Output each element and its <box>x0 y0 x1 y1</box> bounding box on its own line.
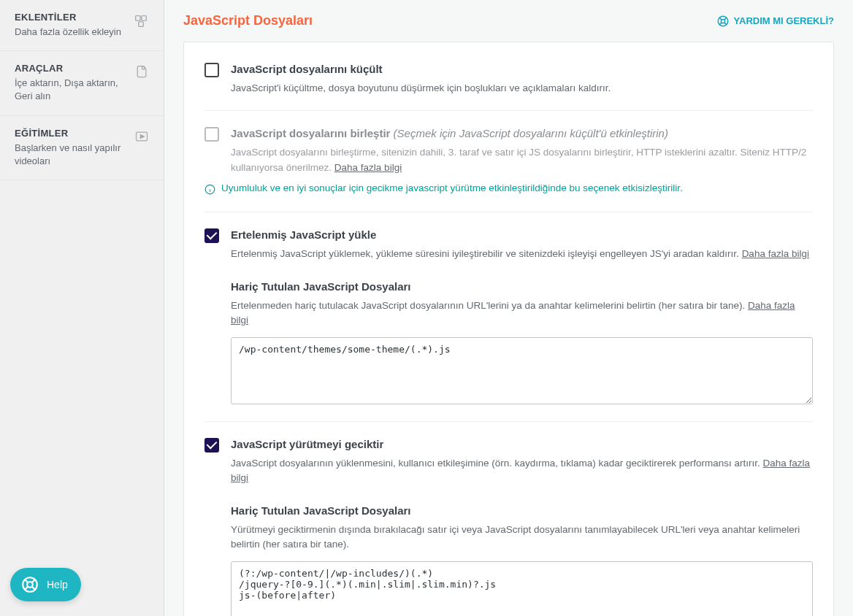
combine-disabled-notice: Uyumluluk ve en iyi sonuçlar için gecikm… <box>204 182 813 197</box>
sidebar-item-subtitle: İçe aktarın, Dışa aktarın, Geri alın <box>15 77 127 103</box>
option-combine-js: JavaScript dosyalarını birleştir (Seçmek… <box>204 121 813 212</box>
lifebuoy-icon <box>20 575 39 594</box>
delay-exclude-textarea[interactable] <box>231 561 813 617</box>
page-icon <box>134 64 149 81</box>
option-desc: JavaScript dosyalarının yüklenmesini, ku… <box>231 456 813 486</box>
option-minify-js: JavaScript dosyalarını küçült JavaScript… <box>204 57 813 111</box>
help-needed-link[interactable]: YARDIM MI GEREKLİ? <box>716 15 834 28</box>
help-float-button[interactable]: Help <box>10 568 81 601</box>
option-desc: Ertelenmiş JavaScript yüklemek, yükleme … <box>231 247 813 261</box>
defer-exclude-textarea[interactable] <box>231 337 813 404</box>
svg-rect-1 <box>142 16 146 20</box>
blocks-icon <box>133 13 149 31</box>
subsection-title: Hariç Tutulan JavaScript Dosyaları <box>231 504 813 517</box>
option-defer-js: Ertelenmiş JavaScript yükle Ertelenmiş J… <box>204 223 813 422</box>
page-title: JavaScript Dosyaları <box>183 13 313 28</box>
subsection-desc: Ertelenmeden hariç tutulacak JavaScript … <box>231 299 813 328</box>
sidebar-item-tools[interactable]: ARAÇLAR İçe aktarın, Dışa aktarın, Geri … <box>0 51 164 115</box>
sidebar-item-subtitle: Daha fazla özellik ekleyin <box>15 26 126 39</box>
sidebar-item-addons[interactable]: EKLENTİLER Daha fazla özellik ekleyin <box>0 0 164 51</box>
help-label: YARDIM MI GEREKLİ? <box>734 15 834 26</box>
svg-rect-0 <box>136 16 140 20</box>
option-delay-js: JavaScript yürütmeyi geciktir JavaScript… <box>204 432 813 617</box>
svg-rect-2 <box>139 22 143 26</box>
option-title: JavaScript dosyalarını küçült <box>231 63 813 75</box>
subsection-title: Hariç Tutulan JavaScript Dosyaları <box>231 280 813 293</box>
sidebar-item-tutorials[interactable]: EĞİTİMLER Başlarken ve nasıl yapılır vid… <box>0 116 164 180</box>
svg-point-16 <box>27 582 33 588</box>
info-icon <box>204 184 215 197</box>
more-info-link[interactable]: Daha fazla bilgi <box>334 162 402 173</box>
defer-js-checkbox[interactable] <box>204 228 219 243</box>
subsection-desc: Yürütmeyi geciktirmenin dışında bırakıla… <box>231 523 813 553</box>
option-desc: JavaScript dosyalarını birleştirme, site… <box>231 145 813 175</box>
sidebar-item-title: EKLENTİLER <box>15 12 126 23</box>
sidebar-item-subtitle: Başlarken ve nasıl yapılır videoları <box>15 142 127 168</box>
option-title: JavaScript dosyalarını birleştir (Seçmek… <box>231 127 813 139</box>
defer-exclude-section: Hariç Tutulan JavaScript Dosyaları Ertel… <box>204 280 813 407</box>
content-header: JavaScript Dosyaları YARDIM MI GEREKLİ? <box>183 13 834 28</box>
delay-js-checkbox[interactable] <box>204 438 219 453</box>
more-info-link[interactable]: Daha fazla bilgi <box>742 248 809 259</box>
option-hint: (Seçmek için JavaScript dosyalarını küçü… <box>394 127 668 139</box>
main-content: JavaScript Dosyaları YARDIM MI GEREKLİ? … <box>164 0 853 616</box>
minify-js-checkbox[interactable] <box>204 63 219 77</box>
help-icon <box>716 15 730 28</box>
sidebar-item-title: EĞİTİMLER <box>15 128 127 139</box>
svg-point-7 <box>721 19 724 23</box>
sidebar: EKLENTİLER Daha fazla özellik ekleyin AR… <box>0 0 164 616</box>
delay-exclude-section: Hariç Tutulan JavaScript Dosyaları Yürüt… <box>204 504 813 616</box>
help-float-label: Help <box>47 579 68 590</box>
option-title: JavaScript yürütmeyi geciktir <box>231 438 813 450</box>
combine-js-checkbox <box>204 127 219 142</box>
svg-marker-5 <box>140 134 144 138</box>
play-icon <box>134 129 149 146</box>
option-desc: JavaScript'i küçültme, dosya boyutunu dü… <box>231 81 813 96</box>
option-title: Ertelenmiş JavaScript yükle <box>231 228 813 241</box>
js-options-panel: JavaScript dosyalarını küçült JavaScript… <box>183 42 834 616</box>
sidebar-item-title: ARAÇLAR <box>15 63 127 74</box>
